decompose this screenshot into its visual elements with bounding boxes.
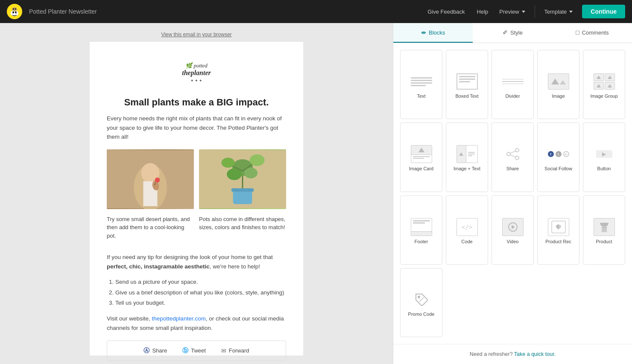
email-body-para2: If you need any tip for designing the lo… — [107, 253, 286, 271]
svg-rect-18 — [233, 189, 252, 204]
email-share-bar: Ⓐ Share ⓑ Tweet ✉ Forward — [107, 341, 286, 361]
nav-divider — [535, 5, 535, 18]
email-preview-panel: View this email in your browser 🌿 potted… — [0, 23, 393, 364]
block-social-follow-label: Social Follow — [544, 166, 572, 171]
block-image-card[interactable]: Image Card — [400, 122, 442, 192]
block-divider[interactable]: Divider — [492, 50, 534, 119]
facebook-icon: Ⓐ — [143, 347, 149, 355]
plant-in-pot-image — [199, 149, 286, 209]
footer-block-icon — [409, 218, 434, 236]
svg-point-23 — [244, 168, 257, 178]
svg-point-6 — [15, 8, 16, 10]
panel-footer: Need a refresher? Take a quick tour. — [393, 344, 632, 364]
person-with-cactus-image — [107, 149, 194, 209]
block-promo-code[interactable]: Promo Code — [400, 268, 442, 337]
email-footer-para: Visit our website, thepottedplanter.com,… — [107, 314, 286, 332]
potted-planter-logo-image: 🌿 potted theplanter ✦ ✦ ✦ — [169, 55, 224, 89]
forward-icon: ✉ — [221, 347, 226, 354]
forward-share-button[interactable]: ✉ Forward — [214, 346, 257, 356]
svg-point-29 — [515, 149, 519, 152]
svg-point-2 — [12, 12, 14, 14]
email-ordered-list: Send us a picture of your space. Give us… — [115, 277, 286, 308]
svg-line-36 — [419, 297, 424, 302]
svg-point-22 — [227, 169, 242, 180]
template-dropdown[interactable]: Template — [540, 6, 577, 17]
svg-point-28 — [507, 152, 510, 156]
block-button[interactable]: ▶ Button — [583, 122, 625, 192]
block-video[interactable]: Video — [492, 195, 534, 265]
top-navigation: Potted Planter Newsletter Give Feedback … — [0, 0, 632, 23]
tab-blocks[interactable]: ⇼ Blocks — [393, 23, 473, 43]
block-image[interactable]: Image — [537, 50, 579, 119]
svg-rect-19 — [231, 188, 254, 192]
email-image-2 — [199, 149, 286, 209]
main-layout: View this email in your browser 🌿 potted… — [0, 23, 632, 364]
block-share[interactable]: Share — [492, 122, 534, 192]
twitter-share-button[interactable]: ⓑ Tweet — [175, 345, 214, 356]
svg-point-4 — [12, 7, 17, 12]
boxed-text-block-icon — [454, 72, 480, 91]
blocks-grid: Text Boxed Text — [393, 43, 632, 344]
block-boxed-text[interactable]: Boxed Text — [446, 50, 488, 119]
block-image-text-label: Image + Text — [454, 166, 480, 171]
email-logo: 🌿 potted theplanter ✦ ✦ ✦ — [107, 55, 286, 90]
block-promo-code-label: Promo Code — [408, 312, 435, 317]
block-code[interactable]: </> Code — [446, 195, 488, 265]
panel-tabs: ⇼ Blocks ✐ Style □ Comments — [393, 23, 632, 43]
svg-point-15 — [155, 178, 160, 183]
svg-point-35 — [418, 296, 420, 298]
quick-tour-link[interactable]: Take a quick tour. — [514, 351, 556, 357]
block-image-text[interactable]: Image + Text — [446, 122, 488, 192]
email-image-row — [107, 149, 286, 209]
preview-dropdown[interactable]: Preview — [495, 6, 529, 17]
blocks-grid-icon: ⇼ — [421, 29, 426, 36]
image-caption-2: Pots also come in different shapes, size… — [199, 215, 286, 240]
svg-rect-34 — [602, 226, 607, 232]
block-product-rec[interactable]: Product Rec — [537, 195, 579, 265]
list-item-3: Tell us your budget. — [115, 298, 286, 308]
app-title: Potted Planter Newsletter — [29, 8, 422, 15]
svg-point-30 — [515, 156, 519, 160]
block-video-label: Video — [507, 239, 519, 244]
share-block-icon — [500, 145, 526, 163]
tab-style[interactable]: ✐ Style — [473, 23, 552, 43]
block-footer[interactable]: Footer — [400, 195, 442, 265]
button-block-icon: ▶ — [591, 145, 617, 163]
image-captions: Try some small desert plants, and then a… — [107, 215, 286, 246]
block-image-group[interactable]: Image Group — [583, 50, 625, 119]
block-product[interactable]: Product — [583, 195, 625, 265]
svg-point-27 — [221, 157, 234, 167]
block-text[interactable]: Text — [400, 50, 442, 119]
help-button[interactable]: Help — [472, 6, 494, 17]
list-item-2: Give us a brief description of what you … — [115, 288, 286, 298]
block-image-card-label: Image Card — [409, 166, 433, 171]
image-caption-1: Try some small desert plants, and then a… — [107, 215, 194, 240]
email-content: 🌿 potted theplanter ✦ ✦ ✦ Small plants m… — [90, 42, 303, 355]
style-brush-icon: ✐ — [503, 29, 508, 36]
image-group-block-icon — [591, 72, 617, 91]
svg-line-32 — [510, 155, 515, 157]
give-feedback-button[interactable]: Give Feedback — [422, 6, 470, 17]
block-code-label: Code — [461, 239, 472, 244]
tab-comments[interactable]: □ Comments — [553, 23, 632, 43]
svg-line-31 — [510, 151, 515, 153]
continue-button[interactable]: Continue — [582, 5, 625, 18]
view-in-browser-link[interactable]: View this email in your browser — [161, 32, 231, 38]
email-body-para1: Every home needs the right mix of plants… — [107, 114, 286, 142]
block-button-label: Button — [597, 166, 611, 171]
facebook-share-button[interactable]: Ⓐ Share — [136, 345, 175, 356]
svg-point-3 — [15, 12, 17, 14]
list-item-1: Send us a picture of your space. — [115, 277, 286, 287]
svg-point-5 — [13, 8, 14, 10]
block-share-label: Share — [506, 166, 519, 171]
block-social-follow[interactable]: f t + Social Follow — [537, 122, 579, 192]
nav-actions: Give Feedback Help Preview Template Cont… — [422, 5, 625, 18]
code-block-icon: </> — [454, 218, 480, 236]
website-link[interactable]: thepottedplanter.com — [152, 315, 206, 322]
block-boxed-text-label: Boxed Text — [455, 93, 478, 99]
svg-text:✦ ✦ ✦: ✦ ✦ ✦ — [190, 79, 203, 83]
svg-text:theplanter: theplanter — [182, 69, 211, 77]
image-block-icon — [546, 72, 571, 91]
promo-code-block-icon — [409, 290, 434, 309]
svg-text:🌿 potted: 🌿 potted — [185, 62, 208, 69]
